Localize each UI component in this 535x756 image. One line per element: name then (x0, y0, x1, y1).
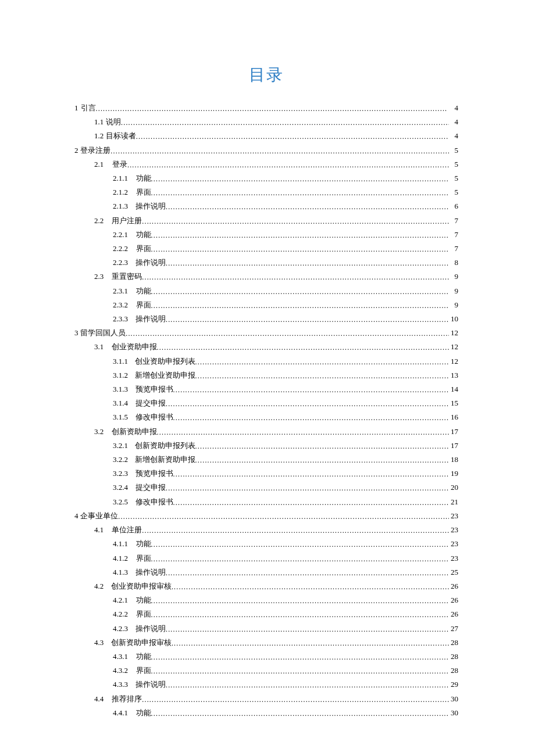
toc-entry[interactable]: 3留学回国人员12 (74, 326, 458, 340)
toc-entry-page: 5 (449, 185, 458, 199)
toc-entry[interactable]: 4.2.1功能26 (74, 593, 458, 607)
toc-entry-number: 3.2.1 (113, 439, 128, 452)
toc-entry-number: 4.1.1 (113, 537, 128, 550)
toc-entry[interactable]: 4企事业单位23 (74, 509, 458, 523)
toc-entry-label: 功能 (136, 171, 151, 185)
toc-entry-label: 目标读者 (106, 129, 136, 142)
toc-entry[interactable]: 3.1.3预览申报书14 (74, 382, 458, 396)
toc-entry-label: 功能 (136, 537, 151, 550)
toc-entry-number: 1 (74, 101, 79, 114)
toc-entry[interactable]: 2.1登录5 (74, 157, 458, 171)
toc-entry-number: 4.2.3 (113, 622, 128, 635)
toc-entry[interactable]: 4.2创业资助申报审核26 (74, 579, 458, 593)
toc-entry[interactable]: 4.3.2界面28 (74, 664, 458, 678)
toc-entry[interactable]: 3.1创业资助申报12 (74, 340, 458, 354)
toc-entry[interactable]: 4.1.1功能23 (74, 537, 458, 551)
toc-entry[interactable]: 4.3创新资助申报审核28 (74, 636, 458, 650)
toc-entry-label: 操作说明 (135, 256, 166, 269)
toc-entry[interactable]: 2.2.1功能7 (74, 228, 458, 242)
toc-leader-dots (157, 341, 449, 354)
toc-entry[interactable]: 2.3.3操作说明10 (74, 312, 458, 326)
toc-leader-dots (157, 426, 449, 439)
toc-entry[interactable]: 3.2.3预览申报书19 (74, 467, 458, 481)
toc-entry[interactable]: 1.2目标读者4 (74, 129, 458, 143)
toc-entry-page: 9 (449, 284, 458, 298)
toc-entry[interactable]: 4.1单位注册23 (74, 523, 458, 537)
toc-entry-page: 25 (449, 565, 458, 579)
toc-entry[interactable]: 3.2.5修改申报书21 (74, 495, 458, 509)
toc-entry-label: 用户注册 (112, 214, 142, 227)
toc-entry[interactable]: 3.1.2新增创业资助申报13 (74, 368, 458, 382)
toc-entry[interactable]: 1引言4 (74, 101, 458, 115)
toc-entry-number: 4.1 (94, 523, 104, 536)
toc-entry-page: 21 (449, 495, 458, 508)
toc-entry-number: 2.1.2 (113, 185, 128, 199)
toc-entry[interactable]: 4.2.3操作说明27 (74, 622, 458, 636)
toc-entry-number: 4.4.1 (113, 706, 128, 719)
toc-leader-dots (151, 187, 449, 200)
toc-entry-page: 13 (449, 368, 458, 382)
toc-entry-number: 4.3 (94, 636, 104, 649)
toc-entry-page: 16 (449, 410, 458, 424)
toc-leader-dots (151, 229, 449, 242)
toc-leader-dots (151, 651, 449, 664)
toc-entry-label: 提交申报 (135, 481, 166, 494)
toc-entry-page: 6 (449, 199, 458, 213)
toc-entry-page: 28 (449, 650, 458, 663)
toc-entry[interactable]: 4.3.1功能28 (74, 650, 458, 664)
toc-entry[interactable]: 2.1.2界面5 (74, 185, 458, 199)
toc-entry-number: 2.1 (94, 157, 104, 171)
toc-entry[interactable]: 4.4推荐排序30 (74, 692, 458, 706)
toc-entry[interactable]: 2.3重置密码9 (74, 270, 458, 284)
toc-entry[interactable]: 4.3.3操作说明29 (74, 678, 458, 691)
toc-leader-dots (142, 215, 449, 228)
toc-entry-page: 5 (449, 171, 458, 185)
toc-entry[interactable]: 1.1说明4 (74, 115, 458, 129)
toc-entry[interactable]: 4.4.1功能30 (74, 706, 458, 720)
toc-entry[interactable]: 3.2.2新增创新资助申报18 (74, 453, 458, 467)
toc-entry-page: 26 (449, 579, 458, 593)
toc-entry-label: 功能 (136, 650, 151, 663)
toc-entry[interactable]: 2.3.2界面9 (74, 298, 458, 312)
toc-entry[interactable]: 3.2.1创新资助申报列表17 (74, 439, 458, 453)
toc-entry[interactable]: 2登录注册5 (74, 144, 458, 157)
toc-entry-page: 9 (449, 270, 458, 283)
toc-entry-page: 14 (449, 382, 458, 396)
toc-entry[interactable]: 3.1.1创业资助申报列表12 (74, 354, 458, 368)
toc-leader-dots (195, 454, 449, 467)
toc-leader-dots (126, 327, 449, 341)
toc-entry[interactable]: 3.1.4提交申报15 (74, 396, 458, 410)
toc-leader-dots (166, 679, 449, 692)
toc-entry[interactable]: 2.3.1功能9 (74, 284, 458, 298)
toc-entry[interactable]: 2.2用户注册7 (74, 214, 458, 228)
toc-leader-dots (195, 440, 449, 453)
toc-entry[interactable]: 2.2.2界面7 (74, 242, 458, 256)
toc-entry-page: 30 (449, 692, 458, 705)
toc-leader-dots (172, 637, 449, 650)
toc-entry[interactable]: 3.2创新资助申报17 (74, 425, 458, 439)
toc-entry-label: 功能 (136, 228, 151, 241)
toc-entry[interactable]: 4.2.2界面26 (74, 607, 458, 621)
toc-leader-dots (151, 608, 449, 622)
toc-entry-number: 3.1.4 (113, 396, 128, 410)
toc-entry-number: 2.2.1 (113, 228, 128, 241)
toc-title: 目录 (74, 64, 458, 86)
toc-entry[interactable]: 2.1.3操作说明6 (74, 199, 458, 213)
toc-entry-label: 创业资助申报 (112, 340, 157, 353)
toc-entry-number: 2.2 (94, 214, 104, 227)
toc-entry-number: 4.2.1 (113, 593, 128, 607)
toc-entry-page: 29 (449, 678, 458, 691)
toc-entry-label: 重置密码 (112, 270, 142, 283)
toc-entry-number: 2.1.1 (113, 171, 128, 185)
toc-entry[interactable]: 3.1.5修改申报书16 (74, 410, 458, 424)
toc-entry[interactable]: 4.1.3操作说明25 (74, 565, 458, 579)
toc-entry-label: 修改申报书 (135, 495, 173, 508)
toc-entry-number: 1.1 (94, 115, 104, 128)
toc-entry[interactable]: 2.2.3操作说明8 (74, 256, 458, 270)
toc-entry-label: 预览申报书 (135, 382, 173, 396)
toc-entry[interactable]: 2.1.1功能5 (74, 171, 458, 185)
toc-entry-page: 7 (449, 242, 458, 255)
toc-entry[interactable]: 4.1.2界面23 (74, 551, 458, 565)
toc-entry[interactable]: 3.2.4提交申报20 (74, 481, 458, 495)
toc-leader-dots (166, 200, 449, 214)
